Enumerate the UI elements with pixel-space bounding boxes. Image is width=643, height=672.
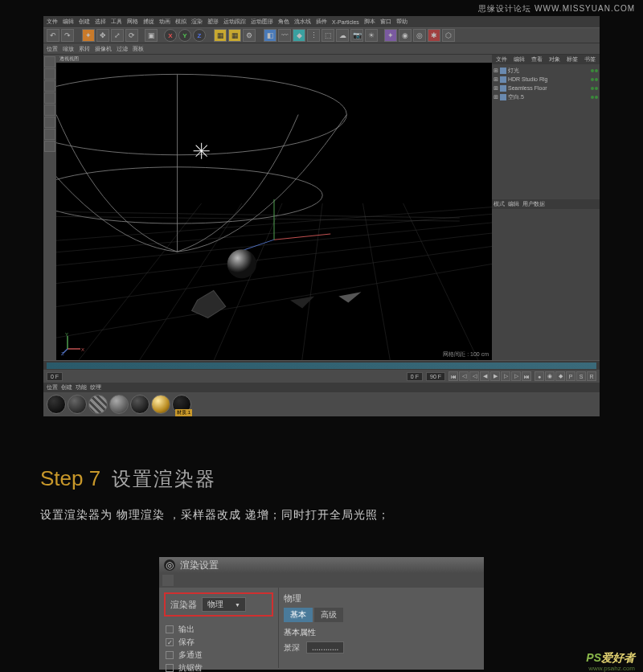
- checkbox-icon[interactable]: [166, 625, 174, 633]
- goto-start-icon[interactable]: ⏮: [448, 371, 458, 381]
- om-menu-item[interactable]: 文件: [494, 55, 510, 64]
- scale-tool-icon[interactable]: ⤢: [111, 29, 124, 42]
- texture-mode-icon[interactable]: [44, 117, 55, 128]
- render-pv-icon[interactable]: ▦: [228, 29, 241, 42]
- view-menu-item[interactable]: 缩放: [63, 45, 74, 53]
- xp-icon[interactable]: ✦: [384, 29, 397, 42]
- environment-icon[interactable]: ☁: [336, 29, 349, 42]
- render-view-icon[interactable]: ▦: [214, 29, 227, 42]
- menu-item[interactable]: 网格: [127, 18, 138, 26]
- render-cat-output[interactable]: 输出: [164, 623, 273, 636]
- tab-advanced[interactable]: 高级: [314, 608, 343, 622]
- mm-tab[interactable]: 创建: [61, 383, 72, 391]
- om-menu-item[interactable]: 查看: [529, 55, 545, 64]
- menu-item[interactable]: 编辑: [63, 18, 74, 26]
- light-icon[interactable]: ☀: [365, 29, 378, 42]
- pos-key-icon[interactable]: P: [566, 371, 575, 381]
- menu-item[interactable]: 工具: [111, 18, 122, 26]
- menu-item[interactable]: 塑形: [207, 18, 219, 26]
- keyframe-icon[interactable]: ◆: [555, 371, 565, 381]
- mm-tab[interactable]: 纹理: [90, 383, 101, 391]
- rot-key-icon[interactable]: R: [587, 371, 596, 381]
- z-axis-toggle[interactable]: Z: [193, 29, 206, 42]
- attr-menu-item[interactable]: 编辑: [508, 200, 519, 208]
- rotate-tool-icon[interactable]: ⟳: [125, 29, 138, 42]
- om-menu-item[interactable]: 编辑: [511, 55, 527, 64]
- dialog-titlebar[interactable]: ◎ 渲染设置: [159, 557, 484, 573]
- renderer-dropdown[interactable]: 物理 ▼: [202, 597, 246, 612]
- menu-item[interactable]: 流水线: [294, 18, 311, 26]
- tree-item-light[interactable]: ⊞ 灯光: [494, 66, 598, 75]
- deformer-icon[interactable]: ⬚: [322, 29, 334, 42]
- preset-icon[interactable]: [162, 575, 174, 586]
- material-ball[interactable]: [68, 395, 87, 414]
- render-cat-aa[interactable]: 抗锯齿: [164, 662, 273, 672]
- menu-item[interactable]: 角色: [278, 18, 289, 26]
- attr-menu-item[interactable]: 模式: [494, 200, 505, 208]
- next-frame-icon[interactable]: ▷: [501, 371, 510, 381]
- view-menu-item[interactable]: 面板: [133, 45, 144, 53]
- render-cat-save[interactable]: ✓ 保存: [164, 636, 273, 649]
- tree-item-floor[interactable]: ⊞ Seamless Floor: [494, 84, 598, 92]
- workplane-icon[interactable]: [44, 141, 55, 152]
- render-cat-multipass[interactable]: 多通道: [164, 649, 273, 662]
- view-menu-item[interactable]: 位置: [47, 45, 58, 53]
- om-menu-item[interactable]: 对象: [547, 55, 563, 64]
- view-menu-item[interactable]: 摄像机: [95, 45, 112, 53]
- menu-item[interactable]: 脚本: [364, 18, 375, 26]
- poly-mode-icon[interactable]: [44, 104, 55, 116]
- object-tree[interactable]: ⊞ 灯光 ⊞ HDR Studio Rig ⊞ Seamless Floor ⊞…: [492, 64, 600, 199]
- xp-icon4[interactable]: ✱: [428, 29, 440, 42]
- autokey-icon[interactable]: ◉: [545, 371, 555, 381]
- goto-end-icon[interactable]: ⏭: [522, 371, 531, 381]
- menu-item[interactable]: 创建: [79, 18, 90, 26]
- snap-icon[interactable]: [44, 129, 55, 140]
- menu-item[interactable]: 运动图形: [251, 18, 273, 26]
- object-mode-icon[interactable]: [44, 68, 55, 80]
- move-tool-icon[interactable]: ✥: [96, 29, 109, 42]
- tab-basic[interactable]: 基本: [284, 608, 313, 622]
- menu-item[interactable]: 文件: [47, 18, 58, 26]
- dof-field[interactable]: ............: [306, 641, 344, 654]
- undo-icon[interactable]: ↶: [47, 29, 59, 42]
- material-ball[interactable]: [109, 395, 129, 414]
- om-menu-item[interactable]: 标签: [564, 55, 580, 64]
- checkbox-icon[interactable]: [166, 664, 174, 672]
- play-back-icon[interactable]: ◀: [480, 371, 489, 381]
- attr-menu-item[interactable]: 用户数据: [522, 200, 545, 208]
- timeline[interactable]: [43, 360, 600, 370]
- primitive-cube-icon[interactable]: ◧: [264, 29, 276, 42]
- prev-frame-icon[interactable]: ◁: [469, 371, 479, 381]
- menu-item[interactable]: 运动跟踪: [223, 18, 246, 26]
- record-icon[interactable]: ●: [534, 371, 544, 381]
- checkbox-icon[interactable]: [166, 651, 174, 659]
- menu-item[interactable]: 捕捉: [143, 18, 154, 26]
- timeline-start[interactable]: 0 F: [47, 372, 63, 381]
- view-menu-item[interactable]: 累转: [79, 45, 90, 53]
- menu-item[interactable]: 帮助: [396, 18, 408, 26]
- array-icon[interactable]: ⋮: [307, 29, 320, 42]
- om-menu-item[interactable]: 书签: [582, 55, 598, 64]
- scale-key-icon[interactable]: S: [576, 371, 586, 381]
- menu-item[interactable]: 选择: [95, 18, 106, 26]
- xp-icon5[interactable]: ⬡: [442, 29, 455, 42]
- tree-item-hdr[interactable]: ⊞ HDR Studio Rig: [494, 75, 598, 84]
- menu-item[interactable]: X-Particles: [332, 19, 359, 25]
- select-tool-icon[interactable]: ✦: [82, 29, 95, 42]
- camera-icon[interactable]: 📷: [350, 29, 363, 42]
- mm-tab[interactable]: 位置: [47, 383, 58, 391]
- menu-item[interactable]: 插件: [316, 18, 327, 26]
- menu-item[interactable]: 模拟: [175, 18, 186, 26]
- prev-key-icon[interactable]: ◁: [459, 371, 469, 381]
- spline-icon[interactable]: 〰: [278, 29, 291, 42]
- last-tool-icon[interactable]: ▣: [145, 29, 158, 42]
- xp-icon2[interactable]: ◉: [399, 29, 412, 42]
- menu-item[interactable]: 渲染: [191, 18, 203, 26]
- model-mode-icon[interactable]: [44, 56, 55, 68]
- checkbox-icon[interactable]: ✓: [166, 638, 174, 646]
- nurbs-icon[interactable]: ◆: [293, 29, 305, 42]
- redo-icon[interactable]: ↷: [61, 29, 74, 42]
- timeline-current[interactable]: 0 F: [407, 372, 423, 381]
- play-icon[interactable]: ▶: [490, 371, 500, 381]
- material-ball[interactable]: [47, 395, 66, 414]
